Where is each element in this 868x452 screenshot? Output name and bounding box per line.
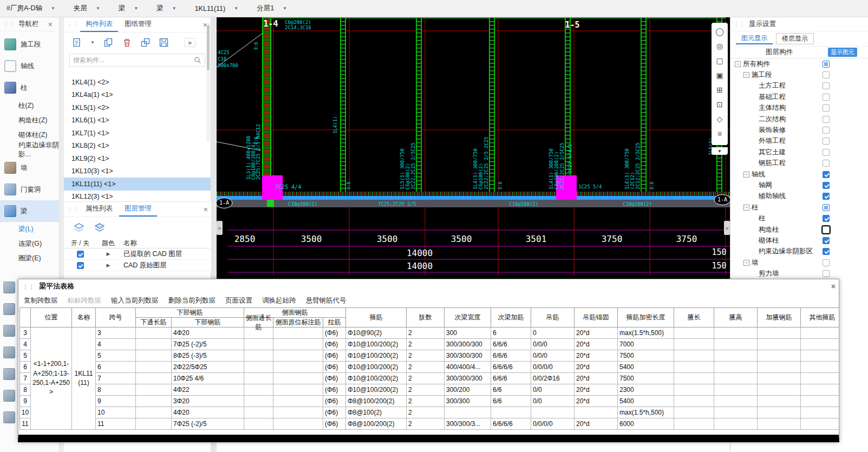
hang-cell[interactable]: 0/0/0 bbox=[531, 339, 575, 350]
palette-expand-icon[interactable]: ▼ bbox=[712, 147, 728, 155]
close-icon[interactable]: × bbox=[828, 282, 839, 291]
display-tree-row[interactable]: − 钢筋工程 bbox=[730, 158, 868, 169]
visibility-checkbox[interactable] bbox=[823, 149, 830, 156]
span-cell[interactable]: 4 bbox=[96, 339, 136, 350]
sub-width-cell[interactable]: 300/300/300 bbox=[445, 350, 491, 362]
haunch-height-cell[interactable] bbox=[714, 373, 758, 384]
hang-anchor-cell[interactable]: 20*d bbox=[575, 350, 618, 362]
layer-row[interactable]: ▶ CAD 原始图层 bbox=[65, 260, 210, 271]
other-stirrup-cell[interactable] bbox=[801, 373, 839, 384]
collapse-left-panel-icon[interactable]: « bbox=[217, 221, 223, 235]
display-tree-row[interactable]: − 外墙工程 bbox=[730, 136, 868, 147]
bottom-bars-cell[interactable]: 3Φ20 bbox=[172, 396, 244, 407]
legs-cell[interactable]: 2 bbox=[407, 362, 445, 373]
nav-item[interactable]: 构造柱(Z) bbox=[0, 113, 59, 128]
search-input[interactable] bbox=[73, 56, 194, 64]
bottom-bars-cell[interactable]: 4Φ20 bbox=[172, 327, 244, 339]
visibility-checkbox[interactable] bbox=[823, 104, 830, 112]
layer-row[interactable]: ▶ 已提取的 CAD 图层 bbox=[65, 248, 210, 260]
sphere-view-icon[interactable]: ◎ bbox=[713, 39, 726, 53]
bottom-bars-cell[interactable]: 2Φ22/5Φ25 bbox=[172, 362, 244, 373]
merged-name-cell[interactable]: 1KL11(11) bbox=[72, 327, 96, 430]
beam-toolbar-item[interactable]: 页面设置 bbox=[225, 296, 252, 305]
haunch-bars-cell[interactable] bbox=[758, 418, 801, 430]
span-cell[interactable]: 5 bbox=[96, 350, 136, 362]
display-tree-row[interactable]: − 柱 bbox=[730, 202, 868, 213]
diamond-tool-icon[interactable]: ◇ bbox=[713, 112, 726, 126]
display-tree-row[interactable]: − 构造柱 bbox=[730, 224, 868, 235]
legs-cell[interactable]: 2 bbox=[407, 407, 445, 418]
visibility-checkbox[interactable] bbox=[823, 259, 830, 266]
display-tree-row[interactable]: − 辅助轴线 bbox=[730, 191, 868, 202]
beam-table-row[interactable]: 5 5 8Φ25 (-3)/5 (Φ6) Φ10@100/200(2) 2 30… bbox=[20, 350, 839, 362]
other-stirrup-cell[interactable] bbox=[801, 407, 839, 418]
beam-table-row[interactable]: 9 9 3Φ20 (Φ6) Φ8@100/200(2) 2 300/300 bbox=[20, 396, 839, 407]
scrollbar-thumb[interactable] bbox=[207, 25, 210, 70]
sub-width-cell[interactable]: 400/400/4... bbox=[445, 362, 491, 373]
beam-toolbar-item[interactable]: 悬臂钢筋代号 bbox=[306, 296, 347, 305]
visibility-checkbox[interactable] bbox=[823, 61, 830, 68]
hang-cell[interactable]: 0/0 bbox=[531, 384, 575, 396]
sub-width-cell[interactable]: 300/200 bbox=[445, 384, 491, 396]
hang-cell[interactable] bbox=[531, 407, 575, 418]
tie-cell[interactable]: (Φ6) bbox=[323, 327, 346, 339]
layer-visibility-checkbox[interactable] bbox=[77, 251, 84, 258]
side-note-cell[interactable] bbox=[273, 362, 323, 373]
close-icon[interactable]: × bbox=[45, 20, 56, 29]
haunch-bars-cell[interactable] bbox=[758, 373, 801, 384]
haunch-height-cell[interactable] bbox=[714, 327, 758, 339]
nav-item[interactable]: 柱(Z) bbox=[0, 99, 59, 113]
beam-table-row[interactable]: 10 10 4Φ20 (Φ6) Φ8@100(2) 2 bbox=[20, 407, 839, 418]
side-through-cell[interactable] bbox=[244, 407, 273, 418]
other-stirrup-cell[interactable] bbox=[801, 327, 839, 339]
stirrup-cell[interactable]: Φ8@100(2) bbox=[346, 407, 407, 418]
haunch-bars-cell[interactable] bbox=[758, 350, 801, 362]
side-through-cell[interactable] bbox=[244, 384, 273, 396]
side-through-cell[interactable] bbox=[244, 327, 273, 339]
component-list-item[interactable]: 1KL4(1) <2> bbox=[64, 76, 211, 89]
haunch-length-cell[interactable] bbox=[674, 373, 714, 384]
floor-combo[interactable]: 夹层▼ bbox=[71, 2, 102, 15]
bottom-through-cell[interactable] bbox=[136, 373, 172, 384]
side-note-cell[interactable] bbox=[273, 327, 323, 339]
visibility-checkbox[interactable] bbox=[823, 204, 830, 211]
sub-bars-cell[interactable]: 6/6 bbox=[491, 396, 531, 407]
haunch-length-cell[interactable] bbox=[674, 339, 714, 350]
hang-cell[interactable]: 0/0/0/0 bbox=[531, 418, 575, 430]
legs-cell[interactable]: 2 bbox=[407, 350, 445, 362]
extract-layer-button[interactable] bbox=[74, 222, 84, 233]
component-list-item[interactable]: 1KL4a(1) <1> bbox=[64, 89, 211, 102]
layer-combo[interactable]: 分层1▼ bbox=[254, 2, 289, 15]
display-tree-row[interactable]: − 约束边缘非阴影区 bbox=[730, 246, 868, 257]
nav-item[interactable]: 轴线 bbox=[0, 55, 59, 77]
collapse-icon[interactable]: − bbox=[743, 72, 749, 78]
grid-snap-icon[interactable]: ⊞ bbox=[713, 83, 726, 96]
bottom-bars-cell[interactable]: 8Φ25 (-3)/5 bbox=[172, 350, 244, 362]
hang-anchor-cell[interactable] bbox=[575, 407, 618, 418]
haunch-bars-cell[interactable] bbox=[758, 327, 801, 339]
span-cell[interactable]: 10 bbox=[96, 407, 136, 418]
component-list-item[interactable]: 1KL11(11) <1> bbox=[64, 178, 211, 191]
visibility-checkbox[interactable] bbox=[823, 116, 830, 123]
category-combo[interactable]: 梁▼ bbox=[116, 2, 140, 15]
legs-cell[interactable]: 2 bbox=[407, 339, 445, 350]
display-tree-row[interactable]: − 柱 bbox=[730, 213, 868, 224]
visibility-checkbox[interactable] bbox=[823, 193, 830, 200]
subcategory-combo[interactable]: 梁▼ bbox=[154, 2, 178, 15]
visibility-checkbox[interactable] bbox=[823, 215, 830, 222]
bottom-through-cell[interactable] bbox=[136, 396, 172, 407]
haunch-length-cell[interactable] bbox=[674, 418, 714, 430]
haunch-height-cell[interactable] bbox=[714, 396, 758, 407]
haunch-length-cell[interactable] bbox=[674, 384, 714, 396]
visibility-checkbox[interactable] bbox=[823, 160, 830, 167]
other-stirrup-cell[interactable] bbox=[801, 396, 839, 407]
sub-bars-cell[interactable]: 6/6/6 bbox=[491, 373, 531, 384]
beam-table-row[interactable]: 8 8 4Φ22 (Φ6) Φ10@100/200(2) 2 300/200 bbox=[20, 384, 839, 396]
visibility-checkbox[interactable] bbox=[823, 171, 830, 178]
stirrup-cell[interactable]: Φ10@100/200(2) bbox=[346, 350, 407, 362]
sub-width-cell[interactable] bbox=[445, 407, 491, 418]
side-through-cell[interactable] bbox=[244, 350, 273, 362]
nav-item[interactable]: 门窗洞 bbox=[0, 179, 59, 200]
haunch-height-cell[interactable] bbox=[714, 384, 758, 396]
haunch-length-cell[interactable] bbox=[674, 396, 714, 407]
